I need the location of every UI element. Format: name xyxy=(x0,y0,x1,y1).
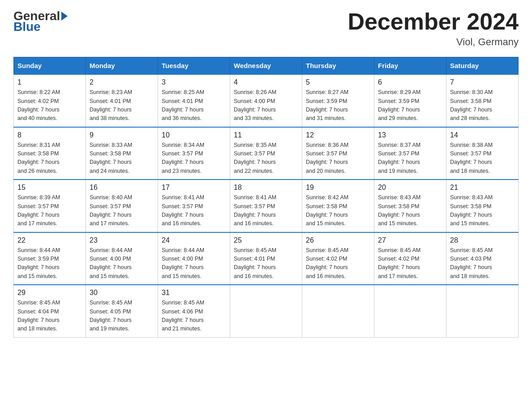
day-number: 10 xyxy=(162,131,226,139)
calendar-week-row-1: 1 Sunrise: 8:22 AM Sunset: 4:02 PM Dayli… xyxy=(14,74,519,127)
day-number: 29 xyxy=(17,289,82,297)
day-info: Sunrise: 8:26 AM Sunset: 4:00 PM Dayligh… xyxy=(234,88,298,123)
day-info: Sunrise: 8:23 AM Sunset: 4:01 PM Dayligh… xyxy=(90,88,154,123)
logo-arrow-icon xyxy=(61,12,68,21)
calendar-cell: 31 Sunrise: 8:45 AM Sunset: 4:06 PM Dayl… xyxy=(158,285,230,337)
day-number: 16 xyxy=(90,184,154,192)
day-number: 26 xyxy=(306,236,370,244)
calendar-cell: 1 Sunrise: 8:22 AM Sunset: 4:02 PM Dayli… xyxy=(14,74,86,127)
col-saturday: Saturday xyxy=(446,57,519,75)
col-tuesday: Tuesday xyxy=(158,57,230,75)
month-title: December 2024 xyxy=(348,9,519,34)
day-number: 18 xyxy=(234,184,298,192)
page-header: General Blue December 2024 Viol, Germany xyxy=(13,9,519,48)
day-info: Sunrise: 8:41 AM Sunset: 3:57 PM Dayligh… xyxy=(234,193,298,228)
day-number: 24 xyxy=(162,236,226,244)
calendar-cell: 24 Sunrise: 8:44 AM Sunset: 4:00 PM Dayl… xyxy=(158,232,230,285)
calendar-cell: 29 Sunrise: 8:45 AM Sunset: 4:04 PM Dayl… xyxy=(14,285,86,337)
day-number: 1 xyxy=(17,78,82,86)
calendar-cell: 9 Sunrise: 8:33 AM Sunset: 3:58 PM Dayli… xyxy=(86,127,158,180)
day-number: 6 xyxy=(378,78,442,86)
calendar-cell: 3 Sunrise: 8:25 AM Sunset: 4:01 PM Dayli… xyxy=(158,74,230,127)
calendar-week-row-2: 8 Sunrise: 8:31 AM Sunset: 3:58 PM Dayli… xyxy=(14,127,519,180)
day-info: Sunrise: 8:30 AM Sunset: 3:58 PM Dayligh… xyxy=(450,88,515,123)
calendar-cell xyxy=(446,285,519,337)
calendar-cell: 20 Sunrise: 8:43 AM Sunset: 3:58 PM Dayl… xyxy=(374,180,446,232)
day-info: Sunrise: 8:31 AM Sunset: 3:58 PM Dayligh… xyxy=(17,141,82,176)
day-info: Sunrise: 8:22 AM Sunset: 4:02 PM Dayligh… xyxy=(17,88,82,123)
calendar-cell: 18 Sunrise: 8:41 AM Sunset: 3:57 PM Dayl… xyxy=(230,180,302,232)
calendar-cell xyxy=(230,285,302,337)
col-wednesday: Wednesday xyxy=(230,57,302,75)
day-number: 17 xyxy=(162,184,226,192)
day-number: 31 xyxy=(162,289,226,297)
day-number: 15 xyxy=(17,184,82,192)
calendar-cell: 23 Sunrise: 8:44 AM Sunset: 4:00 PM Dayl… xyxy=(86,232,158,285)
day-info: Sunrise: 8:45 AM Sunset: 4:02 PM Dayligh… xyxy=(378,246,442,281)
day-info: Sunrise: 8:45 AM Sunset: 4:06 PM Dayligh… xyxy=(162,299,226,334)
title-area: December 2024 Viol, Germany xyxy=(348,9,519,48)
day-number: 3 xyxy=(162,78,226,86)
day-info: Sunrise: 8:44 AM Sunset: 4:00 PM Dayligh… xyxy=(162,246,226,281)
day-info: Sunrise: 8:45 AM Sunset: 4:03 PM Dayligh… xyxy=(450,246,515,281)
calendar-cell xyxy=(302,285,374,337)
day-info: Sunrise: 8:43 AM Sunset: 3:58 PM Dayligh… xyxy=(378,193,442,228)
day-number: 21 xyxy=(450,184,515,192)
day-info: Sunrise: 8:45 AM Sunset: 4:02 PM Dayligh… xyxy=(306,246,370,281)
day-number: 19 xyxy=(306,184,370,192)
day-number: 11 xyxy=(234,131,298,139)
day-number: 27 xyxy=(378,236,442,244)
calendar-cell: 28 Sunrise: 8:45 AM Sunset: 4:03 PM Dayl… xyxy=(446,232,519,285)
day-number: 25 xyxy=(234,236,298,244)
calendar-week-row-4: 22 Sunrise: 8:44 AM Sunset: 3:59 PM Dayl… xyxy=(14,232,519,285)
day-number: 13 xyxy=(378,131,442,139)
calendar-cell: 5 Sunrise: 8:27 AM Sunset: 3:59 PM Dayli… xyxy=(302,74,374,127)
calendar-cell: 17 Sunrise: 8:41 AM Sunset: 3:57 PM Dayl… xyxy=(158,180,230,232)
calendar-cell: 11 Sunrise: 8:35 AM Sunset: 3:57 PM Dayl… xyxy=(230,127,302,180)
day-number: 30 xyxy=(90,289,154,297)
day-info: Sunrise: 8:33 AM Sunset: 3:58 PM Dayligh… xyxy=(90,141,154,176)
day-number: 8 xyxy=(17,131,82,139)
day-info: Sunrise: 8:40 AM Sunset: 3:57 PM Dayligh… xyxy=(90,193,154,228)
day-number: 23 xyxy=(90,236,154,244)
calendar-cell: 30 Sunrise: 8:45 AM Sunset: 4:05 PM Dayl… xyxy=(86,285,158,337)
day-info: Sunrise: 8:45 AM Sunset: 4:04 PM Dayligh… xyxy=(17,299,82,334)
calendar-cell: 16 Sunrise: 8:40 AM Sunset: 3:57 PM Dayl… xyxy=(86,180,158,232)
calendar-week-row-5: 29 Sunrise: 8:45 AM Sunset: 4:04 PM Dayl… xyxy=(14,285,519,337)
logo: General Blue xyxy=(13,9,69,34)
day-number: 14 xyxy=(450,131,515,139)
calendar-cell: 4 Sunrise: 8:26 AM Sunset: 4:00 PM Dayli… xyxy=(230,74,302,127)
day-info: Sunrise: 8:37 AM Sunset: 3:57 PM Dayligh… xyxy=(378,141,442,176)
calendar-cell xyxy=(374,285,446,337)
day-info: Sunrise: 8:25 AM Sunset: 4:01 PM Dayligh… xyxy=(162,88,226,123)
col-monday: Monday xyxy=(86,57,158,75)
calendar-cell: 12 Sunrise: 8:36 AM Sunset: 3:57 PM Dayl… xyxy=(302,127,374,180)
day-number: 4 xyxy=(234,78,298,86)
day-info: Sunrise: 8:35 AM Sunset: 3:57 PM Dayligh… xyxy=(234,141,298,176)
col-sunday: Sunday xyxy=(14,57,86,75)
day-info: Sunrise: 8:39 AM Sunset: 3:57 PM Dayligh… xyxy=(17,193,82,228)
col-friday: Friday xyxy=(374,57,446,75)
day-number: 28 xyxy=(450,236,515,244)
day-number: 22 xyxy=(17,236,82,244)
calendar-cell: 7 Sunrise: 8:30 AM Sunset: 3:58 PM Dayli… xyxy=(446,74,519,127)
calendar-table: Sunday Monday Tuesday Wednesday Thursday… xyxy=(13,57,519,338)
calendar-cell: 21 Sunrise: 8:43 AM Sunset: 3:58 PM Dayl… xyxy=(446,180,519,232)
day-number: 2 xyxy=(90,78,154,86)
day-info: Sunrise: 8:42 AM Sunset: 3:58 PM Dayligh… xyxy=(306,193,370,228)
day-info: Sunrise: 8:43 AM Sunset: 3:58 PM Dayligh… xyxy=(450,193,515,228)
day-info: Sunrise: 8:29 AM Sunset: 3:59 PM Dayligh… xyxy=(378,88,442,123)
day-info: Sunrise: 8:45 AM Sunset: 4:05 PM Dayligh… xyxy=(90,299,154,334)
calendar-cell: 19 Sunrise: 8:42 AM Sunset: 3:58 PM Dayl… xyxy=(302,180,374,232)
calendar-header-row: Sunday Monday Tuesday Wednesday Thursday… xyxy=(14,57,519,75)
calendar-cell: 25 Sunrise: 8:45 AM Sunset: 4:01 PM Dayl… xyxy=(230,232,302,285)
day-info: Sunrise: 8:34 AM Sunset: 3:57 PM Dayligh… xyxy=(162,141,226,176)
day-info: Sunrise: 8:45 AM Sunset: 4:01 PM Dayligh… xyxy=(234,246,298,281)
calendar-cell: 2 Sunrise: 8:23 AM Sunset: 4:01 PM Dayli… xyxy=(86,74,158,127)
day-info: Sunrise: 8:27 AM Sunset: 3:59 PM Dayligh… xyxy=(306,88,370,123)
calendar-cell: 15 Sunrise: 8:39 AM Sunset: 3:57 PM Dayl… xyxy=(14,180,86,232)
day-info: Sunrise: 8:44 AM Sunset: 3:59 PM Dayligh… xyxy=(17,246,82,281)
day-info: Sunrise: 8:36 AM Sunset: 3:57 PM Dayligh… xyxy=(306,141,370,176)
calendar-cell: 22 Sunrise: 8:44 AM Sunset: 3:59 PM Dayl… xyxy=(14,232,86,285)
calendar-cell: 6 Sunrise: 8:29 AM Sunset: 3:59 PM Dayli… xyxy=(374,74,446,127)
